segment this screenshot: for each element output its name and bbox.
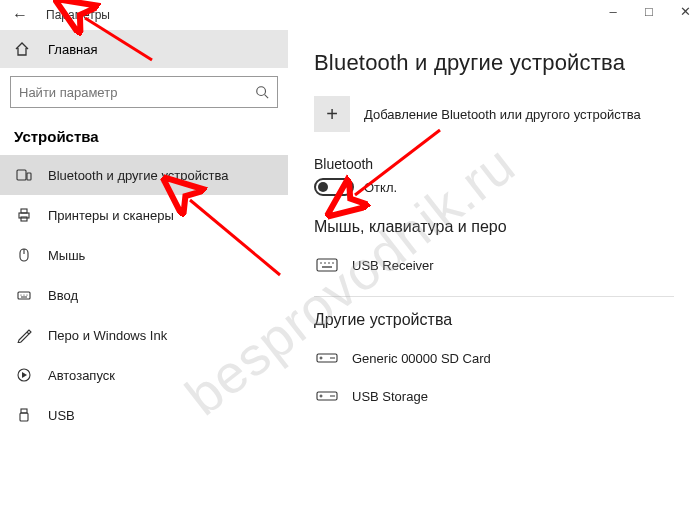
svg-rect-16 (21, 409, 27, 413)
sidebar-nav: Bluetooth и другие устройства Принтеры и… (0, 155, 288, 435)
sidebar-item-label: Мышь (48, 248, 85, 263)
sidebar-item-label: USB (48, 408, 75, 423)
sidebar-item-autoplay[interactable]: Автозапуск (0, 355, 288, 395)
back-arrow-icon: ← (12, 6, 28, 24)
search-icon (255, 85, 269, 99)
svg-rect-17 (20, 413, 28, 421)
add-device-label: Добавление Bluetooth или другого устройс… (364, 107, 641, 122)
search-field[interactable] (19, 85, 255, 100)
storage-icon (314, 386, 340, 406)
sidebar: Главная Устройства Bluetooth и другие ус… (0, 30, 288, 519)
sidebar-item-label: Ввод (48, 288, 78, 303)
minimize-button[interactable]: – (604, 4, 622, 19)
svg-point-19 (320, 262, 322, 264)
device-row[interactable]: USB Storage (314, 377, 674, 415)
toggle-knob-icon (318, 182, 328, 192)
svg-rect-5 (21, 209, 27, 213)
svg-rect-2 (17, 170, 26, 180)
sidebar-item-pen[interactable]: Перо и Windows Ink (0, 315, 288, 355)
page-title: Bluetooth и другие устройства (314, 50, 674, 76)
svg-point-21 (328, 262, 330, 264)
add-device-button[interactable]: + (314, 96, 350, 132)
svg-rect-18 (317, 259, 337, 271)
home-icon (14, 41, 34, 57)
svg-rect-3 (27, 173, 31, 180)
search-input[interactable] (10, 76, 278, 108)
device-label: USB Receiver (352, 258, 434, 273)
sidebar-item-typing[interactable]: Ввод (0, 275, 288, 315)
autoplay-icon (14, 365, 34, 385)
svg-point-11 (23, 294, 24, 295)
sidebar-item-printers[interactable]: Принтеры и сканеры (0, 195, 288, 235)
device-label: USB Storage (352, 389, 428, 404)
device-row[interactable]: USB Receiver (314, 246, 674, 284)
svg-point-20 (324, 262, 326, 264)
svg-point-10 (20, 294, 21, 295)
svg-marker-15 (22, 372, 27, 378)
device-label: Generic 00000 SD Card (352, 351, 491, 366)
sidebar-item-home[interactable]: Главная (0, 30, 288, 68)
sidebar-section-title: Устройства (0, 114, 288, 155)
svg-point-12 (26, 294, 27, 295)
group-mouse-keyboard-pen: Мышь, клавиатура и перо (314, 218, 674, 236)
plus-icon: + (326, 103, 338, 126)
sidebar-home-label: Главная (48, 42, 97, 57)
sidebar-item-mouse[interactable]: Мышь (0, 235, 288, 275)
printer-icon (14, 205, 34, 225)
svg-point-22 (332, 262, 334, 264)
svg-point-0 (257, 87, 266, 96)
pen-icon (14, 325, 34, 345)
sidebar-item-bluetooth[interactable]: Bluetooth и другие устройства (0, 155, 288, 195)
bluetooth-toggle[interactable] (314, 178, 354, 196)
sidebar-item-usb[interactable]: USB (0, 395, 288, 435)
main-panel: Bluetooth и другие устройства + Добавлен… (288, 30, 700, 519)
device-row[interactable]: Generic 00000 SD Card (314, 339, 674, 377)
add-device-row[interactable]: + Добавление Bluetooth или другого устро… (314, 96, 674, 132)
window-controls: – □ ✕ (604, 4, 694, 19)
sidebar-item-label: Автозапуск (48, 368, 115, 383)
divider (314, 296, 674, 297)
sidebar-item-label: Принтеры и сканеры (48, 208, 174, 223)
keyboard-icon (14, 285, 34, 305)
maximize-button[interactable]: □ (640, 4, 658, 19)
group-other-devices: Другие устройства (314, 311, 674, 329)
title-bar: ← Параметры – □ ✕ (0, 0, 700, 30)
sidebar-item-label: Перо и Windows Ink (48, 328, 167, 343)
close-button[interactable]: ✕ (676, 4, 694, 19)
bluetooth-state: Откл. (364, 180, 397, 195)
svg-point-28 (320, 395, 322, 397)
mouse-icon (14, 245, 34, 265)
window-title: Параметры (46, 8, 110, 22)
keyboard-icon (314, 255, 340, 275)
usb-icon (14, 405, 34, 425)
bluetooth-label: Bluetooth (314, 156, 674, 172)
svg-point-25 (320, 357, 322, 359)
sidebar-item-label: Bluetooth и другие устройства (48, 168, 228, 183)
back-button[interactable]: ← (8, 3, 32, 27)
storage-icon (314, 348, 340, 368)
devices-icon (14, 165, 34, 185)
svg-line-1 (265, 95, 269, 99)
